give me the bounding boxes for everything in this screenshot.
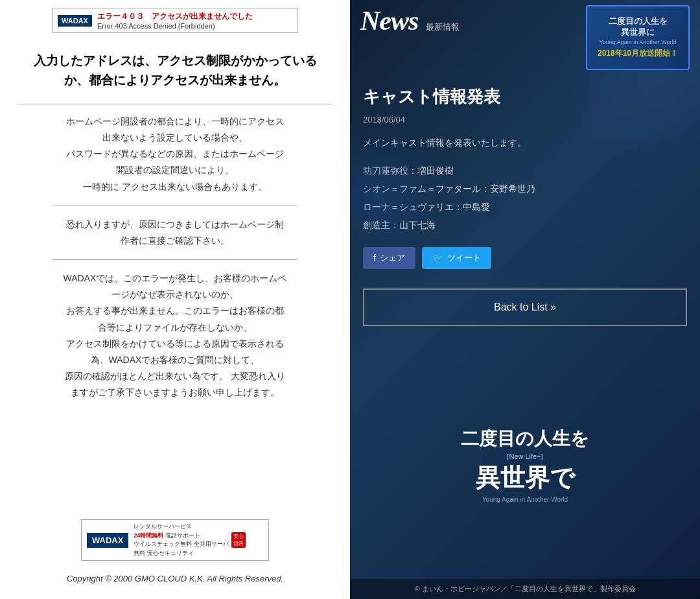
anime-badge-title: 二度目の人生を異世界に bbox=[609, 16, 668, 38]
body-text-2: 恐れ入りますが、原因につきましてはホームページ制 作者に直接ご確認下さい。 bbox=[66, 217, 284, 249]
body-text-1: ホームページ開設者の都合により、一時的にアクセス 出来ないよう設定している場合や… bbox=[66, 113, 284, 195]
anime-badge-date: 2018年10月放送開始！ bbox=[598, 48, 678, 59]
social-buttons: f シェア 🐦 ツイート bbox=[363, 247, 687, 269]
back-to-list-button[interactable]: Back to List » bbox=[363, 288, 687, 326]
news-title: News bbox=[360, 5, 418, 36]
twitter-icon: 🐦 bbox=[432, 253, 443, 263]
back-to-list-label: Back to List » bbox=[494, 301, 556, 312]
news-section: News 最新情報 bbox=[360, 5, 460, 36]
wadax-logo-bottom: WADAX bbox=[87, 533, 128, 548]
right-content: キャスト情報発表 2018/06/04 メインキャスト情報を発表いたします。 功… bbox=[350, 75, 700, 349]
anime-logo-line1: 二度目の人生を bbox=[461, 426, 589, 451]
anime-logo-container: 二度目の人生を [New Life+] 異世界で Young Again in … bbox=[461, 426, 589, 503]
tweet-button[interactable]: 🐦 ツイート bbox=[422, 247, 491, 269]
share-label: シェア bbox=[380, 252, 405, 264]
error-title: エラー４０３ アクセスが出来ませんでした bbox=[97, 11, 253, 22]
divider-2 bbox=[52, 206, 298, 206]
anime-badge-sub: Young Again in Another World bbox=[599, 39, 676, 45]
wadax-bottom-banner: WADAX レンタルサーバービス 24時間無料 電話サポート ウイルスチェック無… bbox=[81, 519, 269, 561]
divider-1 bbox=[18, 104, 332, 104]
cast-list: 功刀蓮弥役：増田俊樹 シオン＝ファム＝ファタール：安野希世乃 ローナ＝シュヴァリ… bbox=[363, 161, 687, 234]
service-label: レンタルサーバービス bbox=[134, 523, 229, 532]
tweet-label: ツイート bbox=[447, 252, 481, 264]
badge: 安心切符 bbox=[231, 532, 246, 548]
right-panel: News 最新情報 二度目の人生を異世界に Young Again in Ano… bbox=[350, 0, 700, 599]
anime-logo-bracket: [New Life+] bbox=[461, 452, 589, 460]
virus-label: ウイルスチェック無料 全共用サーバ bbox=[134, 540, 229, 549]
main-error-heading: 入力したアドレスは、アクセス制限がかかっているか、都合によりアクセスが出来ません… bbox=[34, 51, 317, 91]
anime-bottom-logo: 二度目の人生を [New Life+] 異世界で Young Again in … bbox=[350, 349, 700, 579]
error-subtitle: Error 403 Access Denied (Forbidden) bbox=[97, 22, 253, 30]
article-title: キャスト情報発表 bbox=[363, 86, 687, 108]
article-date: 2018/06/04 bbox=[363, 115, 687, 124]
right-header: News 最新情報 二度目の人生を異世界に Young Again in Ano… bbox=[350, 0, 700, 75]
error-banner-text: エラー４０３ アクセスが出来ませんでした Error 403 Access De… bbox=[97, 11, 253, 30]
cast-item-3: ローナ＝シュヴァリエ：中島愛 bbox=[363, 198, 687, 216]
left-panel: WADAX エラー４０３ アクセスが出来ませんでした Error 403 Acc… bbox=[0, 0, 350, 599]
body-text-3: WADAXでは、このエラーが発生し、お客様のホームペ ージがなぜ表示されないのか… bbox=[64, 270, 287, 401]
security-label: 無料 安心セキュリティ bbox=[134, 549, 229, 558]
footer-text: © まいん・ホビージャパン／「二度目の人生を異世界で」製作委員会 bbox=[414, 585, 635, 593]
error-banner: WADAX エラー４０３ アクセスが出来ませんでした Error 403 Acc… bbox=[52, 8, 298, 33]
copyright: Copyright © 2000 GMO CLOUD K.K. All Righ… bbox=[67, 572, 283, 586]
wadax-bottom-text: レンタルサーバービス 24時間無料 電話サポート ウイルスチェック無料 全共用サ… bbox=[134, 523, 229, 558]
wadax-logo: WADAX bbox=[58, 15, 92, 27]
anime-badge: 二度目の人生を異世界に Young Again in Another World… bbox=[586, 5, 690, 70]
support-label: 24時間無料 電話サポート bbox=[134, 532, 229, 541]
share-button[interactable]: f シェア bbox=[363, 247, 415, 269]
article-body: メインキャスト情報を発表いたします。 bbox=[363, 135, 687, 151]
divider-3 bbox=[52, 259, 298, 260]
cast-item-2: シオン＝ファム＝ファタール：安野希世乃 bbox=[363, 180, 687, 198]
cast-item-1: 功刀蓮弥役：増田俊樹 bbox=[363, 161, 687, 180]
right-footer: © まいん・ホビージャパン／「二度目の人生を異世界で」製作委員会 bbox=[350, 579, 700, 599]
anime-logo-line2: 異世界で bbox=[461, 462, 589, 495]
anime-logo-en: Young Again in Another World bbox=[461, 496, 589, 503]
news-subtitle: 最新情報 bbox=[426, 21, 460, 33]
cast-item-4: 創造主：山下七海 bbox=[363, 216, 687, 234]
facebook-icon: f bbox=[373, 253, 376, 263]
